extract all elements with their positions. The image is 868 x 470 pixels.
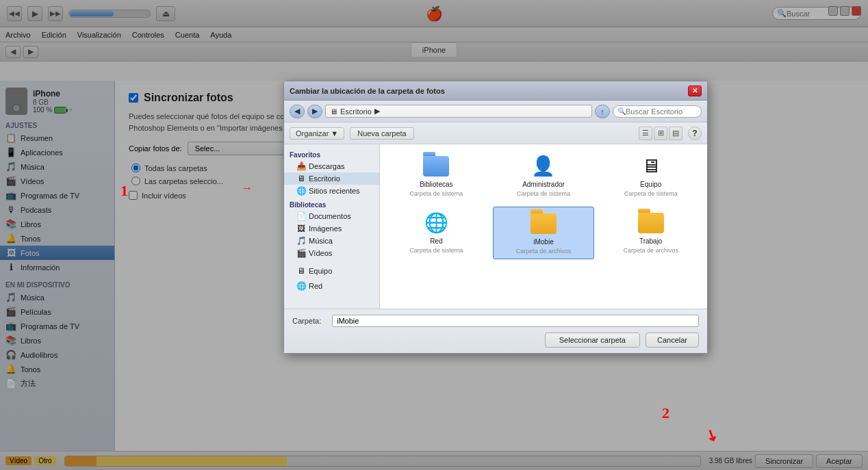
chevron-icon: ▶ bbox=[374, 107, 380, 116]
organize-chevron-icon: ▼ bbox=[331, 129, 338, 138]
imobie-folder-icon bbox=[528, 211, 559, 236]
annotation-1: 1 bbox=[120, 182, 128, 200]
addr-search-box[interactable]: 🔍 bbox=[613, 105, 702, 118]
dialog-btn-row: Seleccionar carpeta Cancelar bbox=[292, 332, 699, 348]
dialog-item-videos[interactable]: 🎬 Vídeos bbox=[284, 247, 379, 259]
dialog-red-icon: 🌐 bbox=[296, 281, 306, 291]
dialog-item-documentos[interactable]: 📄 Documentos bbox=[284, 210, 379, 222]
documentos-icon: 📄 bbox=[296, 211, 306, 221]
descargas-icon: 📥 bbox=[296, 161, 306, 171]
dialog-item-musica[interactable]: 🎵 Música bbox=[284, 235, 379, 247]
dialog-close-button[interactable]: ✕ bbox=[688, 86, 702, 96]
addr-path-box[interactable]: 🖥 Escritorio ▶ bbox=[325, 105, 592, 118]
dialog-item-descargas[interactable]: 📥 Descargas bbox=[284, 160, 379, 172]
select-folder-button[interactable]: Seleccionar carpeta bbox=[545, 332, 640, 348]
red-folder-icon: 🌐 bbox=[421, 211, 451, 235]
dialog-equipo-icon: 🖥 bbox=[296, 266, 306, 276]
folder-picker-dialog: Cambiar la ubicación de la carpeta de fo… bbox=[283, 81, 708, 354]
dialog-footer: Carpeta: Seleccionar carpeta Cancelar bbox=[284, 309, 707, 353]
imagenes-icon: 🖼 bbox=[296, 224, 306, 233]
close-x-icon: ✕ bbox=[692, 87, 698, 94]
sitios-icon: 🌐 bbox=[296, 186, 306, 196]
dialog-videos-icon: 🎬 bbox=[296, 248, 306, 258]
addr-search-input[interactable] bbox=[626, 107, 697, 116]
dialog-item-sitios[interactable]: 🌐 Sitios recientes bbox=[284, 185, 379, 197]
view-tiles-button[interactable]: ⊞ bbox=[654, 127, 667, 140]
folder-red[interactable]: 🌐 Red Carpeta de sistema bbox=[385, 207, 487, 259]
folder-name-input[interactable] bbox=[332, 315, 699, 327]
organize-button[interactable]: Organizar ▼ bbox=[290, 127, 344, 140]
annotation-2: 2 bbox=[662, 404, 669, 422]
folder-administrador[interactable]: 👤 Administrador Carpeta de sistema bbox=[493, 150, 595, 201]
view-icons: ☰ ⊞ ▤ bbox=[639, 127, 682, 140]
folder-bibliotecas[interactable]: Bibliotecas Carpeta de sistema bbox=[385, 150, 487, 201]
help-button[interactable]: ? bbox=[688, 127, 702, 140]
dialog-main-area: Bibliotecas Carpeta de sistema 👤 Adminis… bbox=[380, 144, 707, 309]
dialog-musica-icon: 🎵 bbox=[296, 236, 306, 246]
trabajo-folder-icon bbox=[636, 211, 666, 235]
dialog-toolbar: Organizar ▼ Nueva carpeta ☰ ⊞ ▤ ? bbox=[284, 122, 707, 144]
dialog-item-escritorio[interactable]: 🖥 Escritorio bbox=[284, 172, 379, 185]
new-folder-button[interactable]: Nueva carpeta bbox=[350, 127, 414, 140]
escritorio-icon: 🖥 bbox=[296, 174, 306, 183]
dialog-address-bar: ◀ ▶ 🖥 Escritorio ▶ ↑ 🔍 bbox=[284, 101, 707, 122]
equipo-folder-icon: 🖥 bbox=[636, 154, 666, 179]
favorites-header: Favoritos bbox=[284, 147, 379, 160]
cancel-button[interactable]: Cancelar bbox=[646, 332, 699, 348]
addr-up-button[interactable]: ↑ bbox=[595, 105, 610, 118]
dialog-item-red[interactable]: 🌐 Red bbox=[284, 280, 379, 292]
folder-equipo[interactable]: 🖥 Equipo Carpeta de sistema bbox=[600, 150, 702, 201]
view-list-button[interactable]: ☰ bbox=[639, 127, 652, 140]
folder-imobie[interactable]: iMobie Carpeta de archivos bbox=[493, 207, 595, 259]
dialog-titlebar: Cambiar la ubicación de la carpeta de fo… bbox=[284, 81, 707, 101]
dialog-body: Favoritos 📥 Descargas 🖥 Escritorio 🌐 Sit… bbox=[284, 144, 707, 309]
addr-back-button[interactable]: ◀ bbox=[290, 105, 305, 118]
bibliotecas-folder-icon bbox=[421, 154, 451, 179]
folder-label: Carpeta: bbox=[292, 317, 327, 325]
dialog-sidebar: Favoritos 📥 Descargas 🖥 Escritorio 🌐 Sit… bbox=[284, 144, 380, 309]
addr-forward-button[interactable]: ▶ bbox=[307, 105, 322, 118]
dialog-item-imagenes[interactable]: 🖼 Imágenes bbox=[284, 222, 379, 235]
addr-search-icon: 🔍 bbox=[617, 107, 626, 115]
folder-icon-small: 🖥 bbox=[330, 107, 337, 116]
administrador-folder-icon: 👤 bbox=[528, 154, 559, 179]
libraries-header: Bibliotecas bbox=[284, 197, 379, 210]
view-details-button[interactable]: ▤ bbox=[669, 127, 682, 140]
red-arrow-1: → bbox=[242, 182, 253, 194]
folder-trabajo[interactable]: Trabajo Carpeta de archivos bbox=[600, 207, 702, 259]
dialog-title: Cambiar la ubicación de la carpeta de fo… bbox=[290, 87, 445, 95]
dialog-item-equipo[interactable]: 🖥 Equipo bbox=[284, 265, 379, 277]
folder-name-row: Carpeta: bbox=[292, 315, 699, 327]
dialog-overlay: Cambiar la ubicación de la carpeta de fo… bbox=[0, 0, 868, 470]
